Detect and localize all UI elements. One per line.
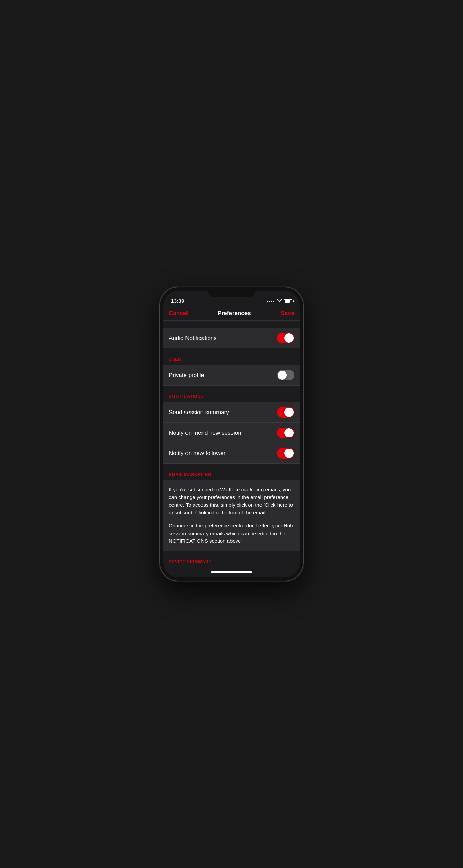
audio-notifications-label: Audio Notifications — [169, 335, 217, 342]
notifications-section-body: Send session summary Notify on friend ne… — [163, 402, 300, 464]
signal-dot-4 — [273, 301, 274, 302]
send-session-summary-row: Send session summary — [163, 402, 300, 423]
audio-notifications-section: Audio Notifications — [163, 328, 300, 348]
notify-friend-session-row: Notify on friend new session — [163, 423, 300, 443]
private-profile-toggle[interactable] — [277, 370, 294, 380]
private-profile-row: Private profile — [163, 365, 300, 385]
signal-dot-1 — [267, 301, 268, 302]
top-spacer — [163, 321, 300, 328]
content-scroll: Audio Notifications USER Private profile — [163, 321, 300, 567]
private-profile-slider — [277, 370, 294, 380]
notifications-header-text: NOTIFICATIONS — [169, 394, 204, 399]
status-time: 13:39 — [171, 298, 184, 304]
send-session-summary-slider — [277, 407, 294, 418]
user-section-header: USER — [163, 348, 300, 365]
notify-new-follower-toggle[interactable] — [277, 448, 294, 459]
phone-device: 13:39 — [160, 287, 303, 581]
notifications-section-header: NOTIFICATIONS — [163, 386, 300, 402]
notify-friend-session-toggle[interactable] — [277, 428, 294, 438]
wifi-icon — [277, 299, 282, 304]
notch — [208, 287, 255, 297]
device-firmware-header-text: DEVICE FIRMWARE — [169, 559, 211, 564]
email-marketing-header-text: EMAIL MARKETING — [169, 472, 211, 477]
notify-new-follower-slider — [277, 448, 294, 459]
audio-notifications-toggle[interactable] — [277, 333, 294, 343]
notify-friend-session-slider — [277, 428, 294, 438]
battery-icon — [284, 299, 292, 303]
email-marketing-paragraph2: Changes in the preference centre don't e… — [169, 522, 294, 545]
home-indicator — [163, 567, 300, 577]
notify-friend-session-label: Notify on friend new session — [169, 430, 241, 436]
notify-new-follower-label: Notify on new follower — [169, 450, 225, 457]
signal-dot-3 — [271, 301, 272, 302]
device-firmware-section-header: DEVICE FIRMWARE — [163, 551, 300, 567]
page-title: Preferences — [218, 310, 251, 317]
signal-dots — [267, 301, 274, 302]
signal-dot-2 — [269, 301, 270, 302]
private-profile-label: Private profile — [169, 372, 204, 379]
send-session-summary-toggle[interactable] — [277, 407, 294, 418]
audio-notifications-row: Audio Notifications — [163, 328, 300, 348]
cancel-button[interactable]: Cancel — [169, 310, 188, 317]
send-session-summary-label: Send session summary — [169, 409, 229, 416]
email-marketing-section-header: EMAIL MARKETING — [163, 464, 300, 480]
phone-screen: 13:39 — [163, 291, 300, 577]
email-marketing-paragraph1: If you're subscribed to Wattbike marketi… — [169, 486, 294, 517]
audio-notifications-slider — [277, 333, 294, 343]
nav-bar: Cancel Preferences Save — [163, 306, 300, 321]
battery-fill — [285, 300, 290, 303]
email-marketing-body: If you're subscribed to Wattbike marketi… — [163, 480, 300, 551]
home-bar — [211, 571, 252, 573]
user-section-body: Private profile — [163, 365, 300, 386]
user-header-text: USER — [169, 357, 181, 362]
notify-new-follower-row: Notify on new follower — [163, 443, 300, 463]
save-button[interactable]: Save — [281, 310, 294, 317]
status-icons — [267, 299, 292, 304]
